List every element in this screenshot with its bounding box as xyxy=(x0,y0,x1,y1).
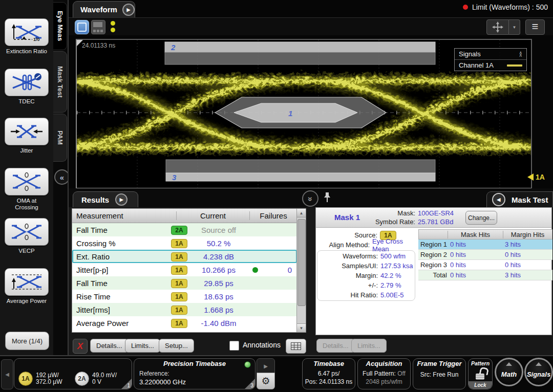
tab-pam[interactable]: PAM xyxy=(53,114,67,162)
acquisition-panel[interactable]: Acquisition Full Pattern: Off 2048 pts/w… xyxy=(357,358,411,389)
back-icon[interactable]: ◀ xyxy=(492,193,505,206)
signals-legend[interactable]: Signals ∧∧ Channel 1A xyxy=(454,48,527,71)
table-row[interactable]: Rise Time 1A 18.63 ps xyxy=(72,290,297,303)
table-row[interactable]: Average Power 1A -1.40 dBm xyxy=(72,316,297,330)
mask-region-bottom: 3 xyxy=(166,160,435,182)
channel-1a-scale: 192 µW/ xyxy=(36,372,59,379)
mask-details-button[interactable]: Details... xyxy=(316,339,355,353)
scroll-panels-right-button[interactable]: ▶ xyxy=(257,358,275,374)
sidebar-item-average-power[interactable]: Average Power xyxy=(1,268,52,304)
trigger-source: Src: Free Run xyxy=(413,371,465,378)
results-scrollbar[interactable]: ▲ ▼ xyxy=(296,209,306,332)
sidebar-item-jitter[interactable]: Jitter xyxy=(1,118,52,154)
channel-marker[interactable]: 1A xyxy=(527,173,545,181)
display-menu-button[interactable]: ≡ xyxy=(525,19,545,35)
table-view-button[interactable] xyxy=(286,339,306,354)
measurement-sidebar: 1/0 Extinction Ratio TDEC xyxy=(0,0,53,355)
mask-header: Mask 1 Mask: 100GE-SR4 Symbol Rate: 25.7… xyxy=(316,208,551,228)
table-row[interactable]: Crossing % 1A 50.2 % xyxy=(72,236,297,250)
signals-button[interactable]: Signals xyxy=(524,358,553,386)
sidebar-item-vecp[interactable]: VECP xyxy=(1,218,52,254)
annotations-checkbox[interactable] xyxy=(229,341,239,351)
table-row[interactable]: Fall Time 2A Source off xyxy=(72,223,297,236)
grab-handle-dot-icon[interactable] xyxy=(111,21,115,26)
extinction-ratio-icon: 1/0 xyxy=(10,23,44,42)
jitter-button[interactable] xyxy=(5,118,49,145)
tab-mask-test[interactable]: Mask Test xyxy=(53,51,67,113)
table-row[interactable]: Jitter[rms] 1A 1.668 ps xyxy=(72,303,297,316)
single-display-button[interactable] xyxy=(75,20,89,34)
average-power-button[interactable] xyxy=(5,268,49,296)
play-icon[interactable]: ▶ xyxy=(115,193,127,206)
panel-number: 1 xyxy=(127,383,130,388)
channels-panel[interactable]: 1A 192 µW/372.0 µW 2A 49.0 mV/0 V 1 xyxy=(14,358,132,389)
change-mask-button[interactable]: Change... xyxy=(465,211,497,225)
settings-button[interactable]: ⚙ xyxy=(257,373,275,389)
table-row[interactable]: Jitter[p-p] 1A 10.266 ps 0 xyxy=(72,263,297,276)
sidebar-item-extinction-ratio[interactable]: 1/0 Extinction Ratio xyxy=(1,18,52,55)
tab-results[interactable]: Results ▶ xyxy=(73,191,138,207)
up-triangle-icon xyxy=(536,362,542,366)
status-led-icon xyxy=(244,361,251,368)
tab-mask-test-panel[interactable]: ◀ Mask Test xyxy=(486,191,553,207)
precision-timebase-panel[interactable]: Precision Timebase Reference: 3.2200000 … xyxy=(134,358,256,389)
more-measurements-button[interactable]: More (1/4) xyxy=(5,332,49,350)
table-row-selected[interactable]: Ext. Ratio 1A 4.238 dB xyxy=(72,250,297,263)
legend-collapse-icon[interactable]: ∧∧ xyxy=(519,52,522,57)
results-panel: Measurement Current Failures Fall Time 2… xyxy=(69,207,312,355)
sidebar-item-label: OMA at Crossing xyxy=(10,198,43,211)
scrollbar-thumb[interactable] xyxy=(297,219,306,306)
lock-label: Lock xyxy=(469,381,492,389)
sidebar-item-oma[interactable]: OMA at Crossing xyxy=(1,168,52,211)
tab-eye-meas[interactable]: Eye Meas xyxy=(53,2,67,50)
source-badge: 1A xyxy=(171,266,187,275)
scroll-up-button[interactable]: ▲ xyxy=(297,209,306,217)
vecp-button[interactable] xyxy=(5,218,49,246)
tab-waveform[interactable]: Waveform ▶ xyxy=(73,1,135,17)
down-icon: ▼ xyxy=(300,326,304,331)
channel-2a-readout[interactable]: 2A 49.0 mV/0 V xyxy=(75,372,117,386)
tdec-button[interactable] xyxy=(5,69,49,96)
play-icon[interactable]: ▶ xyxy=(122,4,135,16)
details-button[interactable]: Details... xyxy=(90,339,129,353)
move-tool-button[interactable] xyxy=(486,19,509,35)
mask-limits-button[interactable]: Limits... xyxy=(351,339,387,353)
symbol-rate-label: Symbol Rate: xyxy=(361,218,415,226)
eye-diagram-display[interactable]: 2 3 1 24.01133 ns Signals ∧∧ xyxy=(76,39,532,189)
pattern-lock-panel[interactable]: Pattern Lock xyxy=(468,358,493,389)
pin-panel-button[interactable] xyxy=(324,192,331,205)
channel-1a-readout[interactable]: 1A 192 µW/372.0 µW xyxy=(18,372,62,386)
jitter-icon xyxy=(10,122,44,141)
table-row[interactable]: Region 2 0 hits 0 hits xyxy=(418,250,552,260)
grab-handle-dot-icon[interactable] xyxy=(111,28,115,32)
extinction-ratio-button[interactable]: 1/0 xyxy=(5,18,49,46)
grid-display-button[interactable] xyxy=(91,20,105,34)
source-badge: 1A xyxy=(171,319,187,328)
table-grid-icon xyxy=(291,342,301,350)
marker-arrow-icon xyxy=(527,173,534,181)
setup-button[interactable]: Setup... xyxy=(159,339,194,353)
up-triangle-icon xyxy=(506,362,512,366)
sidebar-item-label: Extinction Ratio xyxy=(1,48,52,55)
delete-measurement-button[interactable]: X xyxy=(73,339,88,354)
table-row[interactable]: Region 3 0 hits 0 hits xyxy=(418,260,552,270)
pattern-title: Pattern xyxy=(469,360,492,366)
mask-value: 100GE-SR4 xyxy=(418,209,454,217)
results-table: Measurement Current Failures Fall Time 2… xyxy=(72,208,306,333)
table-row-total[interactable]: Total 0 hits 3 hits xyxy=(418,270,552,280)
math-button[interactable]: Math xyxy=(495,358,523,386)
frame-trigger-panel[interactable]: Frame Trigger Src: Free Run xyxy=(413,358,466,389)
timebase-panel[interactable]: Timebase 6.47 ps/ Pos: 24.01133 ns xyxy=(302,358,355,389)
oma-at-crossing-button[interactable] xyxy=(5,168,49,195)
channel-2a-offset: 0 V xyxy=(92,378,101,385)
scroll-panels-left-button[interactable]: ◀ xyxy=(1,359,13,389)
lock-icon xyxy=(476,374,484,380)
table-row[interactable]: Region 1 0 hits 3 hits xyxy=(418,239,552,250)
table-row[interactable]: Fall Time 1A 29.85 ps xyxy=(72,276,297,290)
scroll-down-button[interactable]: ▼ xyxy=(297,323,306,332)
collapse-panel-button[interactable]: » xyxy=(302,190,318,207)
grid-display-icon xyxy=(93,22,102,27)
limits-button[interactable]: Limits... xyxy=(125,339,160,353)
move-tool-dropdown[interactable]: ▼ xyxy=(509,19,520,35)
sidebar-item-tdec[interactable]: TDEC xyxy=(1,69,52,105)
